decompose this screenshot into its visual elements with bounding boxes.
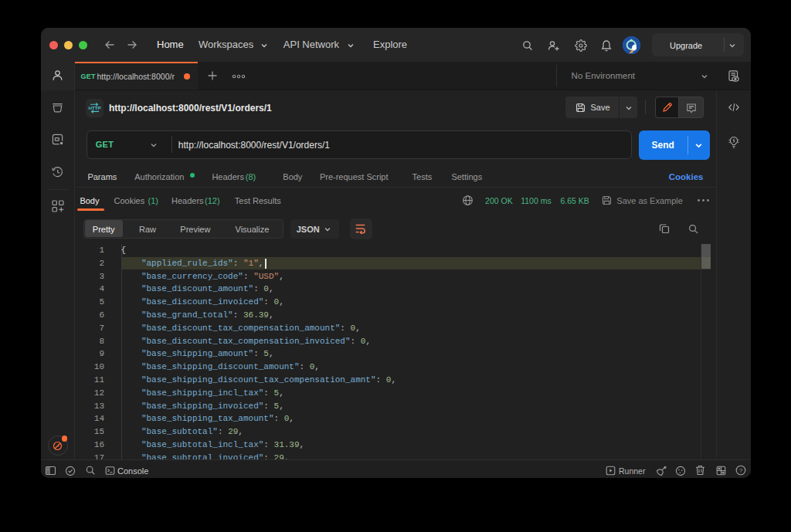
- svg-text:HTTP: HTTP: [88, 105, 100, 110]
- svg-text:?: ?: [738, 467, 742, 474]
